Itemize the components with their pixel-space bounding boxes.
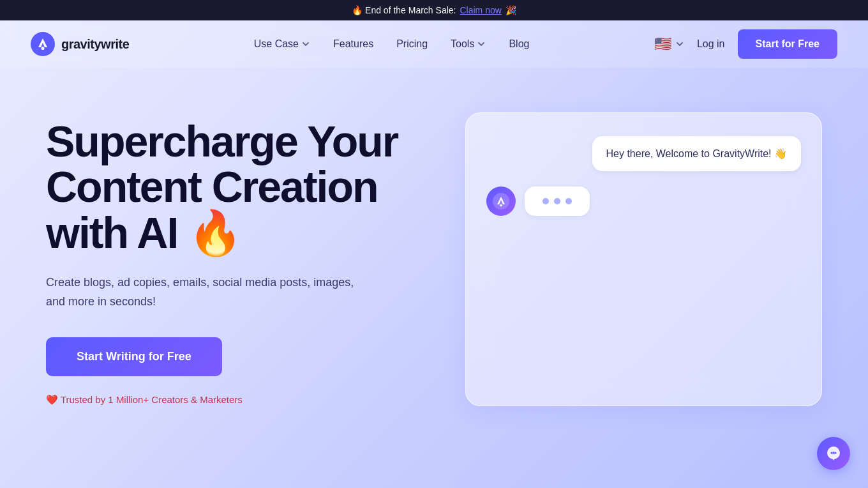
nav-features[interactable]: Features — [333, 38, 373, 50]
top-banner: 🔥 End of the March Sale: Claim now 🎉 — [0, 0, 868, 20]
banner-text-after: 🎉 — [505, 5, 516, 15]
nav-tools[interactable]: Tools — [451, 38, 486, 50]
nav-pricing[interactable]: Pricing — [396, 38, 428, 50]
typing-bubble — [525, 187, 590, 216]
banner-text-before: 🔥 End of the March Sale: — [352, 5, 456, 15]
logo-icon — [31, 32, 55, 56]
nav-actions: 🇺🇸 Log in Start for Free — [654, 29, 837, 59]
nav-use-case[interactable]: Use Case — [254, 38, 310, 50]
chevron-down-icon — [675, 40, 684, 49]
chevron-down-icon — [301, 40, 310, 49]
svg-point-2 — [493, 193, 509, 210]
floating-chat-button[interactable] — [817, 437, 850, 470]
svg-point-7 — [835, 452, 837, 454]
svg-point-3 — [500, 204, 502, 207]
language-selector[interactable]: 🇺🇸 — [654, 36, 684, 52]
nav-blog[interactable]: Blog — [509, 38, 529, 50]
chat-bubble-icon — [825, 445, 842, 462]
navbar: gravitywrite Use Case Features Pricing T… — [0, 20, 868, 68]
logo-text: gravitywrite — [61, 37, 129, 52]
chat-container: Hey there, Welcome to GravityWrite! 👋 — [465, 112, 822, 406]
nav-cta-button[interactable]: Start for Free — [738, 29, 837, 59]
typing-dot-2 — [554, 198, 560, 204]
hero-section: Supercharge Your Content Creation with A… — [0, 68, 868, 488]
hero-content: Supercharge Your Content Creation with A… — [46, 106, 419, 406]
login-link[interactable]: Log in — [697, 38, 725, 50]
hero-subtitle: Create blogs, ad copies, emails, social … — [46, 273, 365, 311]
flag-emoji: 🇺🇸 — [654, 36, 671, 52]
svg-point-0 — [31, 32, 55, 56]
hero-title: Supercharge Your Content Creation with A… — [46, 119, 419, 255]
nav-links: Use Case Features Pricing Tools Blog — [254, 38, 530, 50]
chat-welcome-message: Hey there, Welcome to GravityWrite! 👋 — [592, 136, 801, 171]
trust-badge: ❤️ Trusted by 1 Million+ Creators & Mark… — [46, 394, 419, 406]
chevron-down-icon — [477, 40, 486, 49]
bot-icon — [493, 193, 509, 210]
hero-chat-widget: Hey there, Welcome to GravityWrite! 👋 — [465, 106, 822, 406]
typing-dot-3 — [565, 198, 572, 204]
svg-point-1 — [41, 47, 45, 50]
typing-dot-1 — [542, 198, 549, 204]
bot-avatar — [486, 187, 516, 216]
hero-cta-button[interactable]: Start Writing for Free — [46, 337, 222, 376]
svg-point-5 — [831, 452, 833, 454]
chat-bot-response — [486, 187, 801, 216]
logo[interactable]: gravitywrite — [31, 32, 129, 56]
banner-claim-link[interactable]: Claim now — [460, 5, 501, 15]
svg-point-6 — [833, 452, 835, 454]
